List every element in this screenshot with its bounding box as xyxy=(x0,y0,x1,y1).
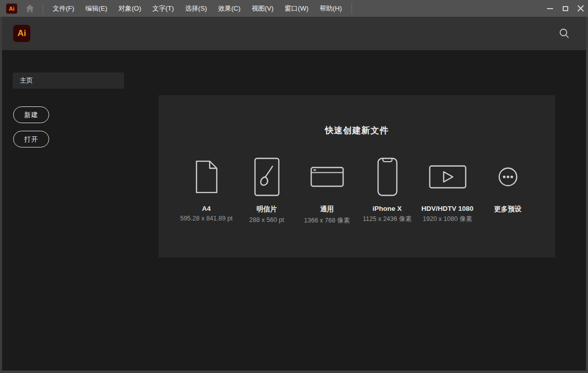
preset-size: 288 x 560 pt xyxy=(249,216,284,223)
preset-more[interactable]: 更多预设 xyxy=(478,157,538,225)
menu-object[interactable]: 对象(O) xyxy=(113,0,147,17)
illustrator-logo: Ai xyxy=(13,25,30,42)
menu-bar: 文件(F) 编辑(E) 对象(O) 文字(T) 选择(S) 效果(C) 视图(V… xyxy=(47,0,347,17)
preset-hdtv[interactable]: HDV/HDTV 1080 1920 x 1080 像素 xyxy=(417,157,478,225)
minimize-icon xyxy=(547,8,553,9)
illustrator-window: Ai 文件(F) 编辑(E) 对象(O) 文字(T) 选择(S) 效果(C) 视… xyxy=(0,0,588,373)
preset-name: 更多预设 xyxy=(494,205,522,214)
preset-iphone-x[interactable]: iPhone X 1125 x 2436 像素 xyxy=(357,157,417,225)
titlebar-separator-end xyxy=(351,3,352,14)
preset-name: A4 xyxy=(202,205,211,212)
preset-name: iPhone X xyxy=(373,205,402,212)
video-play-icon xyxy=(429,157,466,197)
menu-effect[interactable]: 效果(C) xyxy=(213,0,246,17)
quick-start-panel: 快速创建新文件 A4 595.28 x 841.89 pt xyxy=(159,95,555,257)
open-button[interactable]: 打开 xyxy=(13,131,49,147)
preset-name: 通用 xyxy=(320,205,334,214)
close-button[interactable] xyxy=(573,0,588,17)
menu-help[interactable]: 帮助(H) xyxy=(314,0,347,17)
quick-start-title: 快速创建新文件 xyxy=(159,125,555,136)
close-icon xyxy=(577,5,584,12)
preset-list: A4 595.28 x 841.89 pt 明信片 288 x 560 pt xyxy=(159,157,555,225)
app-icon: Ai xyxy=(6,4,17,14)
window-frame-right xyxy=(586,17,588,373)
preset-name: HDV/HDTV 1080 xyxy=(421,205,474,212)
more-ellipsis-icon xyxy=(498,157,518,197)
sidebar-item-home[interactable]: 主页 xyxy=(13,72,124,89)
menu-file[interactable]: 文件(F) xyxy=(47,0,80,17)
preset-size: 1366 x 768 像素 xyxy=(304,216,349,225)
menu-select[interactable]: 选择(S) xyxy=(179,0,212,17)
title-bar: Ai 文件(F) 编辑(E) 对象(O) 文字(T) 选择(S) 效果(C) 视… xyxy=(0,0,588,17)
menu-view[interactable]: 视图(V) xyxy=(246,0,279,17)
menu-edit[interactable]: 编辑(E) xyxy=(80,0,113,17)
preset-size: 1125 x 2436 像素 xyxy=(363,215,411,223)
window-frame-bottom xyxy=(0,370,588,373)
window-frame-left xyxy=(0,17,2,373)
menu-window[interactable]: 窗口(W) xyxy=(279,0,314,17)
titlebar-separator xyxy=(43,3,43,14)
home-screen: 主页 新建 打开 快速创建新文件 A4 595.28 x xyxy=(0,50,588,373)
maximize-button[interactable] xyxy=(558,0,573,17)
window-controls xyxy=(542,0,588,17)
postcard-brush-icon xyxy=(254,157,280,197)
preset-name: 明信片 xyxy=(256,205,277,214)
preset-size: 595.28 x 841.89 pt xyxy=(180,215,233,222)
app-header: Ai xyxy=(0,17,588,50)
sidebar-item-home-label: 主页 xyxy=(20,76,33,85)
home-icon[interactable] xyxy=(21,0,38,17)
search-icon[interactable] xyxy=(557,26,572,41)
minimize-button[interactable] xyxy=(542,0,558,17)
preset-a4[interactable]: A4 595.28 x 841.89 pt xyxy=(176,157,237,225)
preset-postcard[interactable]: 明信片 288 x 560 pt xyxy=(237,157,297,225)
document-icon xyxy=(195,157,218,197)
new-button[interactable]: 新建 xyxy=(13,106,49,123)
browser-window-icon xyxy=(310,157,344,197)
maximize-icon xyxy=(563,6,568,11)
preset-web[interactable]: 通用 1366 x 768 像素 xyxy=(297,157,357,225)
preset-size: 1920 x 1080 像素 xyxy=(423,215,472,223)
menu-type[interactable]: 文字(T) xyxy=(147,0,180,17)
phone-icon xyxy=(377,157,398,197)
